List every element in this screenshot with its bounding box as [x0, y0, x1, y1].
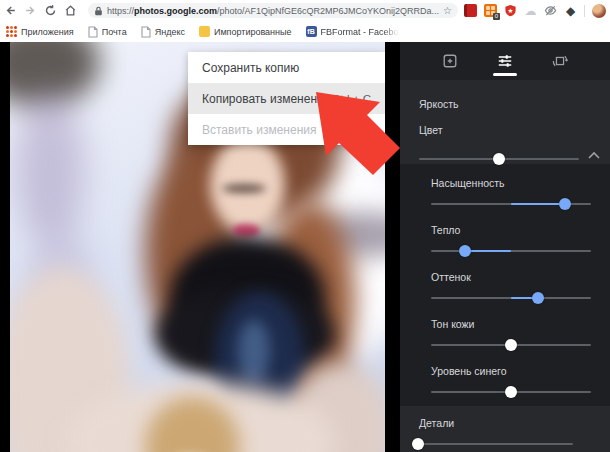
browser-window: https://photos.google.com/photo/AF1QipNf…	[0, 0, 610, 452]
bookmark-imported[interactable]: Импортированные	[199, 26, 292, 37]
extension-shield-icon[interactable]: ★	[504, 4, 517, 17]
warmth-slider[interactable]	[431, 244, 591, 258]
fb-favicon: fB	[306, 26, 317, 37]
details-slider[interactable]	[415, 437, 573, 451]
extension-badge: 0	[493, 13, 500, 20]
extension-grid-icon[interactable]: 0	[484, 4, 497, 17]
blue-level-slider[interactable]	[431, 385, 591, 399]
section-light-color: Яркость Цвет	[400, 80, 610, 164]
saturation-slider[interactable]	[431, 197, 591, 211]
yellow-folder-icon	[199, 26, 210, 37]
details-label: Детали	[419, 417, 610, 429]
reload-button[interactable]	[40, 2, 60, 20]
forward-button[interactable]	[20, 2, 40, 20]
editor-tabbar	[400, 42, 610, 80]
extension-book-icon[interactable]	[464, 4, 477, 17]
section-details: Детали	[400, 406, 610, 452]
bookmark-yandex[interactable]: Яндекс	[141, 26, 185, 38]
bookmark-apps[interactable]: Приложения	[6, 26, 74, 37]
context-menu: Сохранить копию Копировать изменения Ctr…	[188, 52, 385, 145]
extensions-area: 0 ★ ☁ ◆ ⋮	[464, 2, 610, 19]
profile-avatar[interactable]	[592, 4, 606, 18]
address-bar[interactable]: https://photos.google.com/photo/AF1QipNf…	[88, 3, 458, 18]
tab-adjustments[interactable]	[485, 46, 525, 76]
tab-filters[interactable]	[430, 46, 470, 76]
extension-eye-off-icon[interactable]	[544, 4, 557, 17]
chevron-up-icon[interactable]	[587, 151, 601, 160]
bookmarks-bar: Приложения Почта Яндекс Импортированные …	[0, 21, 610, 42]
slider-group-warmth: Тепло	[431, 224, 610, 258]
menu-item-paste-edits[interactable]: Вставить изменения Ctrl + V	[188, 114, 385, 145]
back-button[interactable]	[0, 2, 20, 20]
svg-text:★: ★	[508, 7, 514, 14]
bookmark-fbformat[interactable]: fB FBFormat - Facebook	[306, 26, 399, 37]
editor-panel: Яркость Цвет Насыщенность Тепло От	[400, 42, 610, 452]
slider-group-saturation: Насыщенность	[431, 177, 610, 211]
menu-item-save-copy[interactable]: Сохранить копию	[188, 52, 385, 83]
home-button[interactable]	[60, 2, 80, 20]
lock-icon	[94, 6, 103, 16]
color-label: Цвет	[419, 124, 610, 136]
slider-group-blue-level: Уровень синего	[431, 365, 610, 399]
brightness-label: Яркость	[419, 98, 610, 110]
browser-toolbar: https://photos.google.com/photo/AF1QipNf…	[0, 0, 610, 21]
bookmark-mail[interactable]: Почта	[88, 26, 127, 38]
tint-slider[interactable]	[431, 291, 591, 305]
apps-grid-icon	[6, 26, 17, 37]
extension-diamond-icon[interactable]: ◆	[564, 4, 577, 17]
skin-tone-slider[interactable]	[431, 338, 591, 352]
slider-group-tint: Оттенок	[431, 271, 610, 305]
bookmark-star-icon[interactable]: ☆	[443, 6, 452, 16]
extension-cloud-icon[interactable]: ☁	[524, 4, 537, 17]
url-text: https://photos.google.com/photo/AF1QipNf…	[107, 6, 439, 16]
page-icon	[141, 26, 151, 38]
slider-group-skin-tone: Тон кожи	[431, 318, 610, 352]
color-slider[interactable]	[419, 152, 579, 166]
tab-crop-rotate[interactable]	[540, 46, 580, 76]
page-icon	[88, 26, 98, 38]
toolbar-divider	[584, 5, 585, 17]
color-subpanel: Насыщенность Тепло Оттенок Тон кожи Уров…	[400, 164, 610, 406]
menu-item-copy-edits[interactable]: Копировать изменения Ctrl + C	[188, 83, 385, 114]
